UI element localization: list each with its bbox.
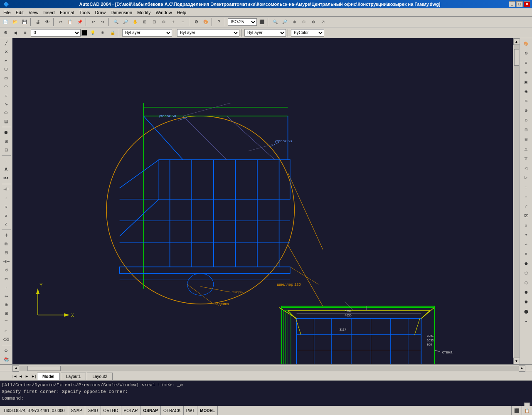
scroll-thumb-v[interactable]	[514, 49, 519, 66]
rt-btn-11[interactable]: ⊟	[521, 135, 531, 144]
lt-erase[interactable]: ⌫	[1, 335, 11, 343]
lineweight-select[interactable]: ByLayer	[244, 29, 286, 37]
rt-btn-19[interactable]: ⌧	[521, 211, 531, 220]
menu-window[interactable]: Window	[153, 9, 174, 16]
lt-dim-angular[interactable]: ∠	[1, 220, 11, 228]
lt-dim-radius[interactable]: R	[1, 203, 11, 211]
rt-btn-17[interactable]: ↔	[521, 192, 531, 201]
lt-line[interactable]: ╱	[1, 39, 11, 47]
model-button[interactable]: MODEL	[197, 406, 218, 415]
tab-layout2[interactable]: Layout2	[87, 373, 113, 380]
tb-properties[interactable]: ⚙	[192, 17, 201, 27]
tab-first[interactable]: |◄	[12, 374, 18, 380]
lt-block[interactable]: ⊞	[1, 137, 11, 146]
tb-print[interactable]: 🖨	[33, 17, 42, 27]
tb-undo[interactable]: ↩	[89, 17, 98, 27]
rt-btn-23[interactable]: ◊	[521, 249, 531, 259]
tb-zoom-out[interactable]: −	[178, 17, 187, 27]
tb2-layer-mgr[interactable]: ⚙	[1, 28, 10, 37]
tab-last[interactable]: ►|	[31, 374, 37, 380]
tb-new[interactable]: 📄	[1, 17, 10, 27]
tb-zoom2[interactable]: 🔍	[271, 17, 280, 27]
tb-open[interactable]: 📂	[10, 17, 20, 27]
lt-chamfer[interactable]: ⌐	[1, 327, 11, 335]
scroll-left-button[interactable]: ◄	[12, 365, 19, 372]
lt-dim-aligned[interactable]: ↕	[1, 194, 11, 203]
rt-btn-13[interactable]: ▽	[521, 154, 531, 163]
tb-preview[interactable]: 👁	[43, 17, 52, 27]
scroll-down-button[interactable]: ▼	[513, 358, 520, 364]
lt-offset[interactable]: ⊟	[1, 249, 11, 257]
lt-trim[interactable]: ✂	[1, 274, 11, 283]
polar-button[interactable]: POLAR	[121, 406, 141, 415]
lt-dim-linear[interactable]: ⊣⊢	[1, 185, 11, 194]
menu-modify[interactable]: Modify	[135, 9, 153, 16]
lt-scale[interactable]: ⊕	[1, 301, 11, 309]
rt-btn-18[interactable]: ⤢	[521, 202, 531, 211]
maximize-button[interactable]: □	[516, 1, 523, 7]
tb2-freeze[interactable]: ❄	[98, 28, 107, 37]
vertical-scrollbar[interactable]: ▲ ▼	[513, 38, 520, 364]
tb-copy[interactable]: 📋	[66, 17, 75, 27]
tb-zoom6[interactable]: ⊗	[309, 17, 318, 27]
status-icon-1[interactable]: ⬛	[511, 406, 522, 415]
lt-arc[interactable]: ◠	[1, 82, 11, 91]
otrack-button[interactable]: OTRACK	[161, 406, 184, 415]
menu-dimension[interactable]: Dimension	[108, 9, 135, 16]
tb2-layer-state[interactable]: ≡	[21, 28, 30, 37]
lwt-button[interactable]: LWT	[184, 406, 197, 415]
tb-zoom4[interactable]: ⊕	[290, 17, 299, 27]
ortho-button[interactable]: ORTHO	[101, 406, 121, 415]
menu-file[interactable]: File	[1, 9, 13, 16]
rt-btn-5[interactable]: ▣	[521, 77, 531, 86]
linetype-select[interactable]: ByLayer	[177, 29, 239, 37]
tab-prev[interactable]: ◄	[19, 374, 25, 380]
tb-zoom-realtime[interactable]: 🔎	[121, 17, 130, 27]
tb-paste[interactable]: 📌	[75, 17, 84, 27]
rt-btn-24[interactable]: ⬟	[521, 259, 531, 268]
rt-btn-10[interactable]: ⊞	[521, 125, 531, 134]
menu-insert[interactable]: Insert	[41, 9, 57, 16]
rt-btn-3[interactable]: ≡	[521, 58, 531, 67]
menu-help[interactable]: Help	[175, 9, 189, 16]
tb-zoom5[interactable]: ⊖	[299, 17, 308, 27]
rt-btn-6[interactable]: ◉	[521, 87, 531, 96]
rt-btn-1[interactable]: 🎨	[521, 39, 531, 48]
lt-dim-diameter[interactable]: ⌀	[1, 211, 11, 220]
status-icon-2[interactable]: 📋	[522, 406, 532, 415]
tab-model[interactable]: Model	[37, 373, 60, 380]
tb-zoom-all[interactable]: ⊞	[140, 17, 149, 27]
color-select[interactable]: ByLayer	[122, 29, 172, 37]
grid-button[interactable]: GRID	[85, 406, 101, 415]
rt-btn-29[interactable]: ⬤	[521, 307, 531, 316]
lt-rect[interactable]: ▭	[1, 74, 11, 82]
lt-extend[interactable]: →	[1, 283, 11, 291]
tb-help[interactable]: ?	[214, 17, 224, 27]
tab-layout1[interactable]: Layout1	[61, 373, 86, 380]
menu-format[interactable]: Format	[57, 9, 77, 16]
iso-select[interactable]: ISO-25	[228, 18, 257, 26]
osnap-button[interactable]: OSNAP	[140, 406, 161, 415]
horizontal-scrollbar[interactable]: ◄ ►	[12, 365, 525, 371]
tb-save[interactable]: 💾	[20, 17, 29, 27]
scroll-right-button[interactable]: ►	[519, 365, 525, 372]
lt-move[interactable]: ✛	[1, 231, 11, 240]
menu-view[interactable]: View	[26, 9, 41, 16]
tb-zoom3[interactable]: 🔎	[280, 17, 289, 27]
tb-std-1[interactable]: ⬛	[257, 17, 266, 27]
command-area[interactable]: [All/Center/Dynamic/Extents/Previous/Sca…	[0, 380, 532, 406]
tb-cut[interactable]: ✂	[56, 17, 65, 27]
tb-zoom7[interactable]: ⊘	[318, 17, 328, 27]
tb2-layer-prev[interactable]: ◀	[11, 28, 20, 37]
rt-btn-2[interactable]: ⚙	[521, 49, 531, 58]
lt-ellipse[interactable]: ⬭	[1, 109, 11, 117]
tab-next[interactable]: ►	[25, 374, 31, 380]
rt-btn-22[interactable]: ✧	[521, 240, 531, 249]
scroll-thumb-h[interactable]	[27, 366, 61, 371]
lt-circle[interactable]: ○	[1, 91, 11, 99]
plotstyle-select[interactable]: ByColor	[291, 29, 324, 37]
lt-polygon[interactable]: ⬡	[1, 65, 11, 74]
lt-point[interactable]: ·	[1, 157, 11, 165]
lt-region[interactable]: ⬢	[1, 128, 11, 137]
rt-btn-30[interactable]: ⬥	[521, 316, 531, 326]
